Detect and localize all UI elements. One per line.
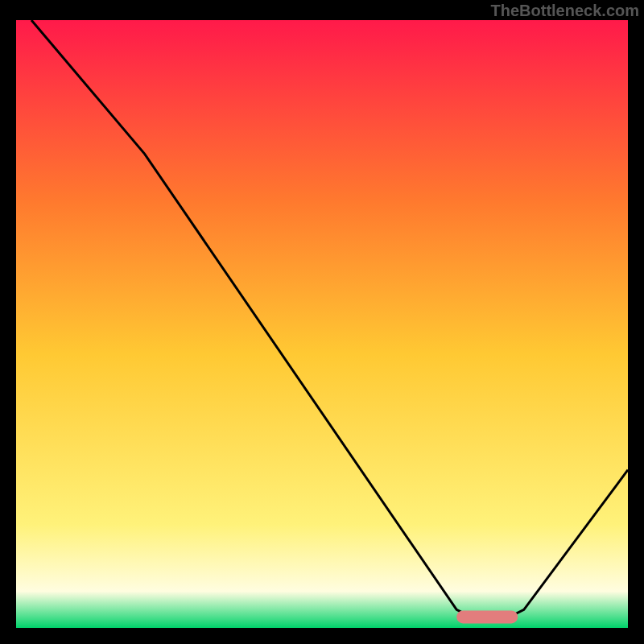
optimal-marker (456, 610, 518, 623)
bottleneck-chart (0, 0, 644, 644)
chart-container: TheBottleneck.com (0, 0, 644, 644)
watermark-text: TheBottleneck.com (491, 2, 639, 20)
